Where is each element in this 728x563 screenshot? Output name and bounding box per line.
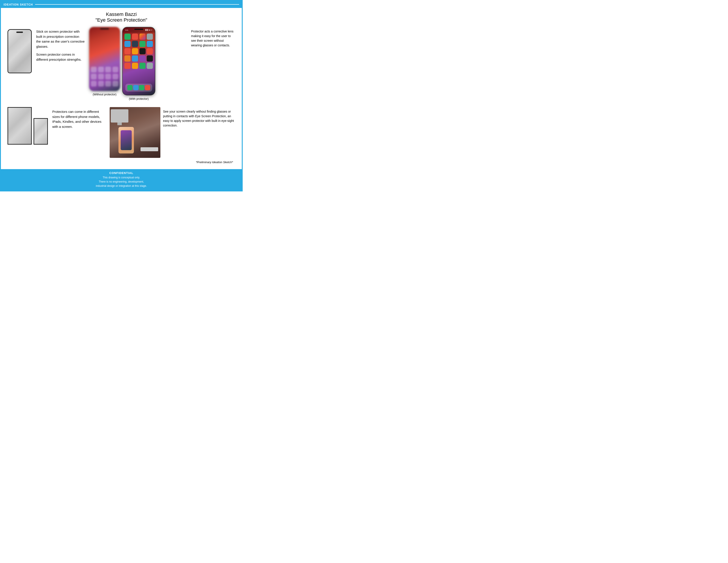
app-icon-settings — [147, 63, 153, 69]
signal-battery: ▌▌▌ ▶ ▪▪▪ — [145, 29, 152, 31]
bottom-section: Protectors can come in different sizes f… — [8, 107, 235, 158]
phone-blurry-image — [89, 27, 120, 91]
blur-icon-7 — [105, 74, 111, 79]
blur-icon-9 — [91, 81, 97, 86]
blur-icon-11 — [105, 81, 111, 86]
with-protector-label: (With protector) — [129, 97, 149, 100]
dock — [125, 84, 152, 92]
blur-icon-5 — [91, 74, 97, 79]
protector-small-sketch — [34, 118, 48, 145]
app-icon-mail — [124, 41, 131, 47]
app-icon-wallet — [139, 63, 146, 69]
blur-icon-1 — [91, 67, 97, 72]
time-display: 9:41 — [125, 29, 128, 31]
top-description-text: Stick on screen protector with built in … — [36, 29, 85, 65]
phone-without-protector: (Without protector) — [89, 27, 120, 96]
right-description-text: Protector acts a corrective lens making … — [191, 29, 235, 48]
blur-icon-6 — [98, 74, 104, 79]
blur-icon-2 — [98, 67, 104, 72]
footer-line3: industrial design or integration at this… — [5, 184, 237, 188]
desk-photo — [110, 107, 160, 158]
top-paragraph-1: Stick on screen protector with built in … — [36, 29, 85, 49]
protectors-sketches — [8, 107, 48, 145]
hand-phone-shape — [118, 127, 134, 153]
bottom-right-text: See your screen clearly without finding … — [163, 109, 235, 128]
header-title: IDEATION SKETCH — [4, 3, 33, 6]
dock-icon-safari — [133, 85, 139, 90]
app-icon-reminders — [124, 48, 131, 54]
app-icon-calendar — [132, 34, 138, 40]
app-icon-tv — [147, 55, 153, 62]
blur-icon-3 — [105, 67, 111, 72]
footer-confidential: CONFIDENTIAL — [5, 171, 237, 175]
app-icon-news — [147, 48, 153, 54]
dock-icon-music — [145, 85, 150, 90]
app-icon-notes — [132, 48, 138, 54]
blurry-icons-grid — [91, 67, 118, 86]
footer-text: This drawing is conceptual only. There i… — [5, 175, 237, 188]
dock-icon-phone — [127, 85, 133, 90]
footer-line1: This drawing is conceptual only. — [5, 175, 237, 180]
protector-sketch-large — [8, 29, 32, 73]
app-icon-podcasts — [139, 55, 146, 62]
preliminary-note: *Preliminary Ideation Sketch* — [8, 160, 235, 165]
top-paragraph-2: Screen protector comes in different pres… — [36, 52, 85, 62]
bottom-left-text: Protectors can come in different sizes f… — [52, 109, 105, 129]
app-icon-health — [124, 63, 131, 69]
photo-area: See your screen clearly without finding … — [110, 107, 235, 158]
phone-clear-image: 9:41 ▌▌▌ ▶ ▪▪▪ — [122, 27, 155, 95]
app-icon-app-store — [132, 55, 138, 62]
footer-line2: There is no engineering, development, — [5, 180, 237, 184]
blur-icon-10 — [98, 81, 104, 86]
title-line1: Kassem Bazzi — [8, 11, 235, 17]
app-icon-weather — [147, 41, 153, 47]
top-section: Stick on screen protector with built in … — [8, 27, 235, 100]
clear-icons-grid — [124, 34, 153, 69]
keyboard-shape — [141, 147, 158, 151]
footer: CONFIDENTIAL This drawing is conceptual … — [1, 169, 242, 190]
header-bar: IDEATION SKETCH — [1, 1, 242, 8]
status-bar: 9:41 ▌▌▌ ▶ ▪▪▪ — [123, 27, 155, 33]
blur-icon-12 — [113, 81, 118, 86]
dock-icon-messages — [139, 85, 144, 90]
title-line2: "Eye Screen Protection" — [8, 17, 235, 23]
header-line — [35, 4, 239, 5]
protector-large-sketch — [8, 107, 32, 145]
phone-with-protector: 9:41 ▌▌▌ ▶ ▪▪▪ (With protector) — [122, 27, 155, 100]
blur-icon-4 — [113, 67, 118, 72]
without-protector-label: (Without protector) — [93, 93, 116, 96]
app-icon-clock — [132, 41, 138, 47]
blur-icon-8 — [113, 74, 118, 79]
main-content: Kassem Bazzi "Eye Screen Protection" Sti… — [1, 8, 242, 165]
app-icon-facetime — [124, 34, 131, 40]
app-icon-books — [124, 55, 131, 62]
app-icon-photos — [139, 34, 146, 40]
title-block: Kassem Bazzi "Eye Screen Protection" — [8, 11, 235, 23]
app-icon-camera — [147, 34, 153, 40]
app-icon-home — [132, 63, 138, 69]
app-icon-maps — [139, 41, 146, 47]
phones-area: (Without protector) 9:41 ▌▌▌ ▶ ▪▪▪ ( — [89, 27, 187, 100]
app-icon-stocks — [139, 48, 146, 54]
imac-shape — [111, 109, 128, 122]
